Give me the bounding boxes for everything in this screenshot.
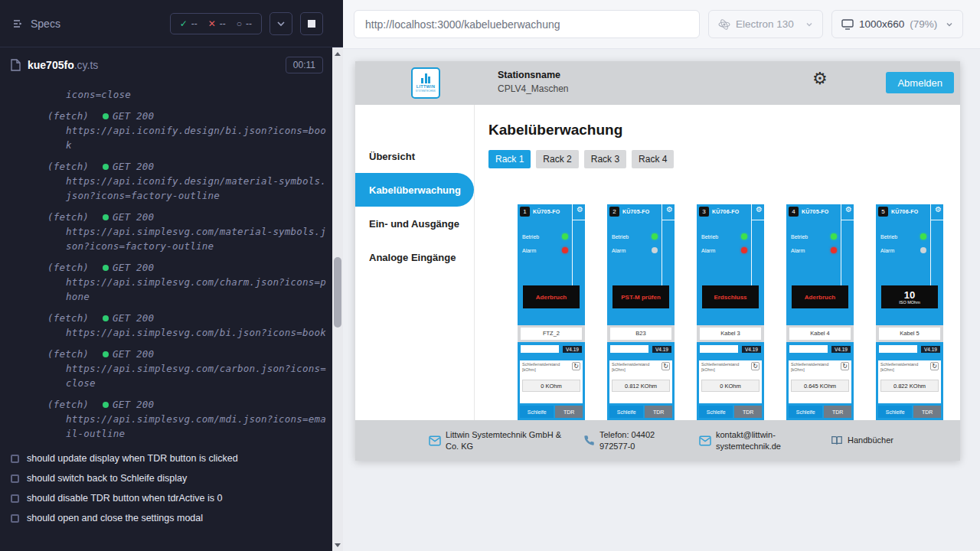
device-model: KÜ705-FO xyxy=(802,209,828,214)
device-gear-icon[interactable]: ⚙ xyxy=(756,206,763,214)
device-card-1: 1 KÜ705-FO ⚙ Betrieb Alarm Aderbruch FTZ… xyxy=(518,204,585,420)
refresh-icon[interactable]: ↻ xyxy=(572,362,580,370)
tdr-button[interactable]: TDR xyxy=(555,406,583,418)
status-display: Aderbruch xyxy=(523,285,580,308)
footer-manuals[interactable]: Handbücher xyxy=(831,435,893,446)
tab-rack-3[interactable]: Rack 3 xyxy=(584,150,626,168)
device-gear-icon[interactable]: ⚙ xyxy=(666,206,673,214)
sidebar-item-ein-und-ausgaenge[interactable]: Ein- und Ausgänge xyxy=(355,207,474,240)
resistance-value: 0 KOhm xyxy=(522,380,580,392)
sidebar-item-analoge-eingaenge[interactable]: Analoge Eingänge xyxy=(355,240,474,274)
stat-failed: ✕-- xyxy=(208,18,226,29)
test-title[interactable]: should update display when TDR button is… xyxy=(0,448,343,468)
refresh-icon[interactable]: ↻ xyxy=(751,362,760,370)
spec-timer: 00:11 xyxy=(286,57,323,73)
log-entry[interactable]: (fetch)GET 200 https://api.simplesvg.com… xyxy=(0,260,343,304)
tab-rack-1[interactable]: Rack 1 xyxy=(488,150,531,168)
tab-rack-4[interactable]: Rack 4 xyxy=(632,150,674,168)
device-number-badge: 4 xyxy=(789,207,799,217)
divider xyxy=(662,220,675,220)
test-title[interactable]: should disable TDR button when tdrActive… xyxy=(0,488,343,508)
pending-circle-icon: ○ xyxy=(237,18,242,29)
spec-name[interactable]: kue705fo.cy.ts xyxy=(28,59,98,71)
stat-passed: ✓-- xyxy=(180,18,198,29)
browser-selector[interactable]: Electron 130 xyxy=(708,10,823,38)
refresh-icon[interactable]: ↻ xyxy=(662,362,670,370)
schleife-button[interactable]: Schleife xyxy=(609,406,643,418)
tdr-button[interactable]: TDR xyxy=(824,406,851,418)
divider xyxy=(573,220,585,220)
measurement-panel: Schleifenwiderstand [kOhm]↻ 0 KOhm xyxy=(699,360,762,403)
blank-field xyxy=(789,345,828,353)
specs-menu[interactable]: Specs xyxy=(12,18,60,30)
log-url: https://api.simplesvg.com/charm.json?ico… xyxy=(66,275,328,304)
stop-button[interactable] xyxy=(300,12,323,35)
app-header: LITTWIN SYSTEMTECHNIK Stationsname CPLV4… xyxy=(355,61,960,105)
tdr-button[interactable]: TDR xyxy=(913,406,941,418)
tdr-button[interactable]: TDR xyxy=(734,406,762,418)
footer-email: kontakt@littwin-systemtechnik.de xyxy=(699,429,814,452)
schleife-button[interactable]: Schleife xyxy=(878,406,912,418)
reporter-topbar: Specs ✓-- ✕-- ○-- xyxy=(0,0,343,47)
log-url: https://api.simplesvg.com/mdi.json?icons… xyxy=(66,412,328,441)
main-content: Kabelüberwachung Rack 1 Rack 2 Rack 3 Ra… xyxy=(475,105,960,420)
device-model: KÜ705-FO xyxy=(533,209,560,214)
resistance-value: 0 KOhm xyxy=(701,380,760,392)
test-title[interactable]: should switch back to Schleife display xyxy=(0,468,343,488)
test-title[interactable]: should open and close the settings modal xyxy=(0,508,343,528)
tdr-button[interactable]: TDR xyxy=(645,406,672,418)
tab-rack-2[interactable]: Rack 2 xyxy=(536,150,578,168)
device-card-4: 4 KÜ705-FO ⚙ Betrieb Alarm Aderbruch Kab… xyxy=(786,204,854,420)
url-input[interactable] xyxy=(354,10,700,38)
log-entry[interactable]: (fetch)GET 200 https://api.simplesvg.com… xyxy=(0,210,343,253)
sidebar-item-kabelueberwachung[interactable]: Kabelüberwachung xyxy=(355,173,474,207)
log-wrapped-line: icons=close xyxy=(66,87,343,102)
log-url: https://api.iconify.design/material-symb… xyxy=(66,174,328,203)
scroll-down-arrow[interactable] xyxy=(332,539,343,551)
sidebar-item-uebersicht[interactable]: Übersicht xyxy=(355,139,474,173)
device-number-badge: 5 xyxy=(878,207,888,217)
device-gear-icon[interactable]: ⚙ xyxy=(577,206,583,214)
status-ok-dot xyxy=(103,351,109,357)
device-number-badge: 2 xyxy=(609,207,619,217)
spec-file-icon xyxy=(11,59,21,71)
log-entry[interactable]: (fetch)GET 200 https://api.iconify.desig… xyxy=(0,109,343,152)
refresh-icon[interactable]: ↻ xyxy=(841,362,849,370)
refresh-icon[interactable]: ↻ xyxy=(930,362,939,370)
divider xyxy=(931,220,943,220)
device-gear-icon[interactable]: ⚙ xyxy=(935,206,942,214)
chevron-down-icon xyxy=(946,21,953,28)
scrollbar-thumb[interactable] xyxy=(334,257,341,328)
logout-button[interactable]: Abmelden xyxy=(886,72,954,93)
schleife-button[interactable]: Schleife xyxy=(699,406,733,418)
cable-name-box: B23 xyxy=(607,325,675,342)
collapse-all-button[interactable] xyxy=(270,12,292,35)
log-entry[interactable]: (fetch)GET 200 https://api.simplesvg.com… xyxy=(0,397,343,441)
divider xyxy=(662,204,662,289)
alarm-led xyxy=(920,247,926,253)
schleife-button[interactable]: Schleife xyxy=(789,406,822,418)
test-state-icon xyxy=(11,514,19,523)
reporter-scrollbar[interactable] xyxy=(332,47,343,551)
device-cards: 1 KÜ705-FO ⚙ Betrieb Alarm Aderbruch FTZ… xyxy=(518,204,960,420)
log-entry[interactable]: (fetch)GET 200 https://api.iconify.desig… xyxy=(0,159,343,203)
device-card-3: 3 KÜ706-FO ⚙ Betrieb Alarm Erdschluss Ka… xyxy=(697,204,764,420)
log-url: https://api.simplesvg.com/carbon.json?ic… xyxy=(66,361,328,390)
settings-gear-icon[interactable]: ⚙ xyxy=(812,70,828,87)
viewport-selector[interactable]: 1000x660 (79%) xyxy=(831,10,963,38)
divider xyxy=(930,204,931,289)
cable-name-box: Kabel 4 xyxy=(786,325,854,342)
betrieb-led xyxy=(831,233,837,240)
schleife-button[interactable]: Schleife xyxy=(520,406,554,418)
log-entry[interactable]: (fetch)GET 200 https://api.simplesvg.com… xyxy=(0,347,343,390)
status-ok-dot xyxy=(103,402,109,408)
book-icon xyxy=(831,435,843,446)
log-entry[interactable]: (fetch)GET 200 https://api.simplesvg.com… xyxy=(0,311,343,340)
divider xyxy=(841,220,854,220)
scroll-up-arrow[interactable] xyxy=(332,47,343,60)
status-display: 10ISO MOhm xyxy=(881,285,938,308)
resistance-value: 0.822 KOhm xyxy=(880,380,939,392)
device-gear-icon[interactable]: ⚙ xyxy=(845,206,852,214)
device-card-2: 2 KÜ705-FO ⚙ Betrieb Alarm PST-M prüfen … xyxy=(607,204,675,420)
resistance-value: 0.812 KOhm xyxy=(612,380,670,392)
